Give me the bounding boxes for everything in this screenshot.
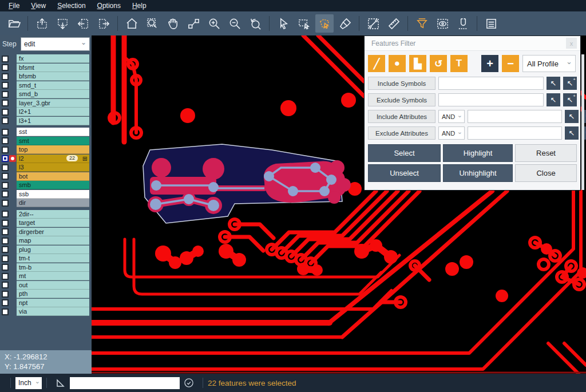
- zoom-previous-button[interactable]: [246, 14, 264, 33]
- open-file-button[interactable]: [5, 14, 23, 33]
- pan-hand-button[interactable]: [164, 14, 182, 33]
- layer-name[interactable]: bot: [17, 172, 89, 181]
- include-symbols-pick-add-button[interactable]: ↖+: [563, 77, 577, 90]
- select-button[interactable]: Select: [368, 144, 441, 162]
- unhighlight-button[interactable]: Unhighlight: [443, 164, 513, 182]
- exclude-symbols-input[interactable]: [438, 93, 544, 106]
- layer-visibility-checkbox[interactable]: [2, 137, 9, 144]
- exclude-attributes-pick-button[interactable]: ↖: [565, 126, 579, 140]
- exclude-symbols-button[interactable]: Exclude Symbols: [368, 93, 435, 106]
- layer-visibility-checkbox[interactable]: [2, 237, 9, 244]
- dialog-close-button[interactable]: x: [566, 38, 577, 49]
- include-attributes-button[interactable]: Include Attributes: [368, 110, 435, 123]
- layer-visibility-checkbox[interactable]: [2, 164, 9, 171]
- surface-tool-button[interactable]: ▙: [409, 55, 426, 72]
- layer-name[interactable]: layer_3.gbr: [17, 99, 89, 108]
- reshape-button[interactable]: [184, 14, 203, 33]
- layer-visibility-checkbox[interactable]: [2, 73, 9, 80]
- include-symbols-button[interactable]: Include Symbols: [368, 77, 435, 90]
- layer-visibility-checkbox[interactable]: [2, 91, 9, 98]
- menu-selection[interactable]: Selection: [52, 1, 90, 11]
- move-left-button[interactable]: [74, 14, 92, 33]
- include-symbols-input[interactable]: [438, 77, 544, 90]
- zoom-in-button[interactable]: [205, 14, 223, 33]
- layer-visibility-checkbox[interactable]: [2, 109, 9, 116]
- text-tool-button[interactable]: T: [450, 55, 468, 72]
- layer-visibility-checkbox[interactable]: [2, 200, 9, 207]
- layer-name[interactable]: sst: [17, 128, 89, 136]
- pad-tool-button[interactable]: ●: [389, 55, 406, 72]
- arc-tool-button[interactable]: ↺: [430, 55, 447, 72]
- layer-visibility-checkbox[interactable]: [2, 117, 9, 124]
- layer-visibility-checkbox[interactable]: [2, 211, 9, 217]
- layer-visibility-checkbox[interactable]: [2, 273, 9, 280]
- select-arrow-button[interactable]: [274, 14, 292, 33]
- layer-name[interactable]: fx: [17, 54, 89, 63]
- overlay-view-button[interactable]: [433, 14, 452, 33]
- ruler-button[interactable]: [385, 14, 403, 33]
- layer-name[interactable]: mt: [17, 272, 89, 280]
- menu-view[interactable]: View: [26, 1, 51, 11]
- move-down-button[interactable]: [53, 14, 72, 33]
- layer-name[interactable]: dir: [17, 199, 89, 207]
- layer-name[interactable]: l3: [17, 163, 89, 172]
- command-input[interactable]: [70, 377, 180, 389]
- step-select[interactable]: edit: [21, 37, 90, 51]
- exclude-attributes-operator-select[interactable]: AND: [438, 126, 465, 140]
- apply-check-icon[interactable]: [183, 377, 195, 389]
- unit-select[interactable]: Inch: [15, 377, 42, 389]
- layer-name[interactable]: l2+1: [17, 108, 89, 116]
- zoom-out-button[interactable]: [225, 14, 244, 33]
- layer-visibility-checkbox[interactable]: [2, 246, 9, 253]
- zoom-window-button[interactable]: [143, 14, 161, 33]
- move-up-button[interactable]: [33, 14, 51, 33]
- include-symbols-pick-button[interactable]: ↖: [547, 77, 560, 90]
- unselect-button[interactable]: Unselect: [368, 164, 441, 182]
- include-attributes-input[interactable]: [468, 110, 562, 123]
- layer-name[interactable]: map: [17, 236, 89, 245]
- layer-name[interactable]: smb: [17, 181, 89, 189]
- dialog-titlebar[interactable]: Features Filter x: [365, 36, 580, 51]
- layer-name[interactable]: bfsmb: [17, 72, 89, 81]
- move-right-button[interactable]: [94, 14, 113, 33]
- layer-name[interactable]: dirgerber: [17, 228, 89, 236]
- angle-mode-icon[interactable]: [55, 377, 66, 389]
- layer-visibility-checkbox[interactable]: [2, 173, 9, 180]
- layer-visibility-checkbox[interactable]: [2, 282, 9, 288]
- add-filter-button[interactable]: +: [481, 55, 498, 72]
- layer-visibility-checkbox[interactable]: [2, 129, 9, 136]
- layer-visibility-checkbox[interactable]: [2, 56, 9, 62]
- exclude-symbols-pick-button[interactable]: ↖: [547, 93, 560, 106]
- layer-name[interactable]: via: [17, 307, 89, 316]
- layer-name[interactable]: 2dir--: [17, 210, 89, 219]
- select-polygon-button[interactable]: [315, 14, 334, 33]
- layers-panel-button[interactable]: [482, 14, 500, 33]
- layer-visibility-checkbox[interactable]: [2, 291, 9, 298]
- features-filter-button[interactable]: [413, 14, 431, 33]
- remove-filter-button[interactable]: −: [502, 55, 519, 72]
- layer-visibility-checkbox[interactable]: [2, 308, 9, 315]
- exclude-attributes-input[interactable]: [468, 126, 562, 140]
- measure-distance-button[interactable]: [364, 14, 382, 33]
- exclude-symbols-pick-add-button[interactable]: ↖+: [563, 93, 577, 106]
- layer-visibility-checkbox[interactable]: [2, 82, 9, 89]
- layer-name[interactable]: ssb: [17, 190, 89, 199]
- layer-visibility-checkbox[interactable]: [2, 191, 9, 197]
- menu-file[interactable]: File: [3, 1, 25, 11]
- snap-magnet-button[interactable]: [454, 14, 472, 33]
- reset-button[interactable]: Reset: [515, 144, 577, 162]
- layer-name[interactable]: tm-b: [17, 263, 89, 272]
- layer-visibility-checkbox[interactable]: [2, 100, 9, 106]
- layer-name[interactable]: npt: [17, 299, 89, 307]
- layer-visibility-checkbox[interactable]: [2, 64, 9, 71]
- layer-name[interactable]: out: [17, 281, 89, 290]
- layer-name[interactable]: bfsmt: [17, 64, 89, 72]
- profile-select[interactable]: All Profile: [522, 55, 576, 72]
- layer-name[interactable]: top: [17, 145, 89, 154]
- include-attributes-pick-button[interactable]: ↖: [565, 110, 579, 123]
- layer-name[interactable]: tm-t: [17, 254, 89, 263]
- clean-brush-button[interactable]: [336, 14, 354, 33]
- layer-name[interactable]: plug: [17, 246, 89, 254]
- layer-visibility-checkbox[interactable]: [2, 155, 9, 162]
- layer-name[interactable]: l222⊞: [17, 155, 89, 163]
